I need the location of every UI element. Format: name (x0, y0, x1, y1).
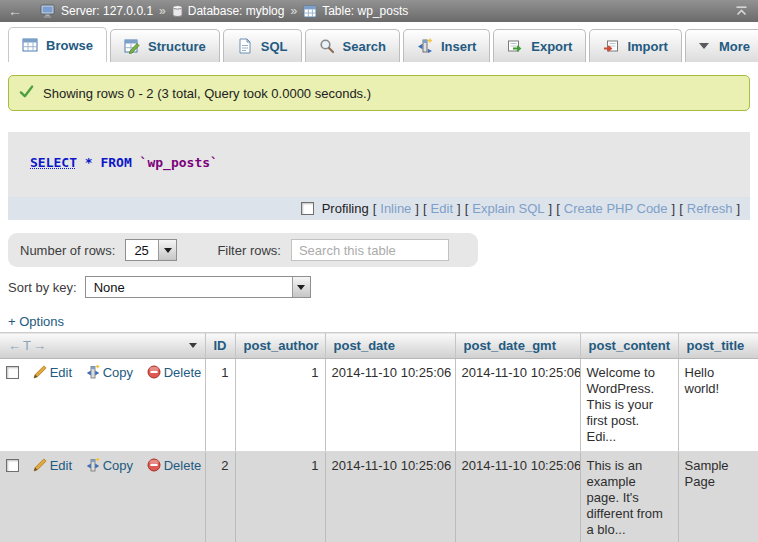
sort-by-key-value: None (86, 280, 133, 295)
cell-post-date-gmt[interactable]: 2014-11-10 10:25:06 (455, 359, 580, 452)
breadcrumb-separator: » (290, 4, 297, 18)
tab-browse[interactable]: Browse (8, 27, 107, 62)
actions-header: ←T→ (0, 333, 205, 359)
row-checkbox[interactable] (6, 366, 19, 379)
tab-label: Search (343, 39, 386, 54)
table-row: Edit Copy Delete 1 1 2014-11-10 10:25:06… (0, 359, 758, 452)
column-options-caret-icon[interactable] (189, 343, 197, 348)
export-icon (507, 38, 523, 54)
dropdown-arrow-icon (158, 240, 176, 260)
tab-label: Insert (441, 39, 476, 54)
edit-link[interactable]: Edit (33, 458, 72, 473)
column-header-post-content[interactable]: post_content (580, 333, 678, 359)
sort-by-key-select[interactable]: None (85, 276, 311, 298)
breadcrumb-table-label: Table: wp_posts (322, 4, 408, 18)
column-header-post-date-gmt[interactable]: post_date_gmt (455, 333, 580, 359)
tab-label: Browse (46, 38, 93, 53)
profiling-label[interactable]: Profiling (322, 201, 369, 216)
column-header-post-date[interactable]: post_date (325, 333, 455, 359)
tab-more[interactable]: More (685, 29, 758, 62)
refresh-link[interactable]: Refresh (687, 201, 733, 216)
cell-post-content[interactable]: Welcome to WordPress. This is your first… (580, 359, 678, 452)
bracket: [ (556, 201, 560, 216)
options-toggle-link[interactable]: + Options (8, 314, 64, 329)
inline-link[interactable]: Inline (380, 201, 411, 216)
transpose-control-icon[interactable]: ←T→ (8, 338, 48, 353)
cell-post-date[interactable]: 2014-11-10 10:25:06 (325, 359, 455, 452)
cell-post-title[interactable]: Sample Page (678, 452, 758, 542)
copy-icon (86, 458, 100, 472)
breadcrumb-table[interactable]: Table: wp_posts (303, 4, 408, 18)
cell-post-date[interactable]: 2014-11-10 10:25:06 (325, 452, 455, 542)
tab-label: Export (531, 39, 572, 54)
cell-post-title[interactable]: Hello world! (678, 359, 758, 452)
row-checkbox[interactable] (6, 459, 19, 472)
browse-icon (22, 37, 38, 53)
create-php-code-link[interactable]: Create PHP Code (564, 201, 668, 216)
copy-link[interactable]: Copy (86, 365, 133, 380)
breadcrumb-database-label: Database: myblog (188, 4, 285, 18)
copy-icon (86, 365, 100, 379)
tab-label: SQL (261, 39, 288, 54)
column-header-id[interactable]: ID (205, 333, 235, 359)
delete-link[interactable]: Delete (147, 365, 202, 380)
delete-icon (147, 458, 161, 472)
explain-sql-link[interactable]: Explain SQL (472, 201, 544, 216)
breadcrumb-server-label: Server: 127.0.0.1 (61, 4, 153, 18)
back-arrow-icon[interactable]: ← (8, 3, 22, 19)
pencil-icon (33, 458, 47, 472)
cell-post-author[interactable]: 1 (235, 359, 325, 452)
filter-rows-label: Filter rows: (217, 243, 281, 258)
tab-bar: Browse Structure SQL Search Insert Expor… (0, 22, 758, 62)
import-icon (603, 38, 619, 54)
pencil-icon (33, 365, 47, 379)
column-header-post-author[interactable]: post_author (235, 333, 325, 359)
sql-box: SELECT * FROM `wp_posts` Profiling [ Inl… (8, 132, 750, 220)
edit-query-link[interactable]: Edit (431, 201, 453, 216)
tab-sql[interactable]: SQL (223, 29, 302, 62)
filter-rows-input[interactable] (291, 239, 449, 261)
tab-structure[interactable]: Structure (110, 29, 220, 62)
profiling-checkbox[interactable] (301, 202, 314, 215)
table-header-row: ←T→ ID post_author post_date post_date_g… (0, 333, 758, 359)
results-table: ←T→ ID post_author post_date post_date_g… (0, 332, 758, 542)
tab-export[interactable]: Export (493, 29, 586, 62)
tab-label: Import (627, 39, 667, 54)
rows-filter-bar: Number of rows: 25 Filter rows: (8, 233, 478, 267)
row-actions-cell: Edit Copy Delete (0, 359, 205, 452)
tab-search[interactable]: Search (305, 29, 400, 62)
bracket: [ (679, 201, 683, 216)
edit-link[interactable]: Edit (33, 365, 72, 380)
bracket: ] (457, 201, 461, 216)
cell-post-date-gmt[interactable]: 2014-11-10 10:25:06 (455, 452, 580, 542)
delete-icon (147, 365, 161, 379)
chevron-down-icon (699, 43, 709, 49)
success-message: Showing rows 0 - 2 (3 total, Query took … (8, 75, 750, 111)
sql-keyword-select[interactable]: SELECT (30, 155, 77, 170)
structure-icon (124, 38, 140, 54)
breadcrumb-server[interactable]: Server: 127.0.0.1 (40, 4, 153, 19)
sql-star: * (85, 155, 93, 170)
sort-by-key-label: Sort by key: (8, 280, 77, 295)
success-message-text: Showing rows 0 - 2 (3 total, Query took … (43, 86, 371, 101)
tab-label: More (719, 39, 750, 54)
bracket: [ (373, 201, 377, 216)
sql-toolbar: Profiling [ Inline ] [ Edit ] [ Explain … (8, 197, 750, 220)
breadcrumb-database[interactable]: Database: myblog (172, 4, 285, 18)
success-check-icon (19, 84, 34, 102)
bracket: ] (415, 201, 419, 216)
sql-icon (237, 38, 253, 54)
cell-post-content[interactable]: This is an example page. It's different … (580, 452, 678, 542)
tab-insert[interactable]: Insert (403, 29, 490, 62)
bracket: [ (465, 201, 469, 216)
tab-import[interactable]: Import (589, 29, 681, 62)
sql-query: SELECT * FROM `wp_posts` (8, 132, 750, 197)
column-header-post-title[interactable]: post_title (678, 333, 758, 359)
breadcrumb-separator: » (159, 4, 166, 18)
copy-link[interactable]: Copy (86, 458, 133, 473)
rows-per-page-select[interactable]: 25 (125, 239, 177, 261)
delete-link[interactable]: Delete (147, 458, 202, 473)
top-menubar: ← Server: 127.0.0.1 » Database: myblog »… (0, 0, 758, 22)
collapse-menubar-icon[interactable] (735, 6, 748, 16)
cell-post-author[interactable]: 1 (235, 452, 325, 542)
